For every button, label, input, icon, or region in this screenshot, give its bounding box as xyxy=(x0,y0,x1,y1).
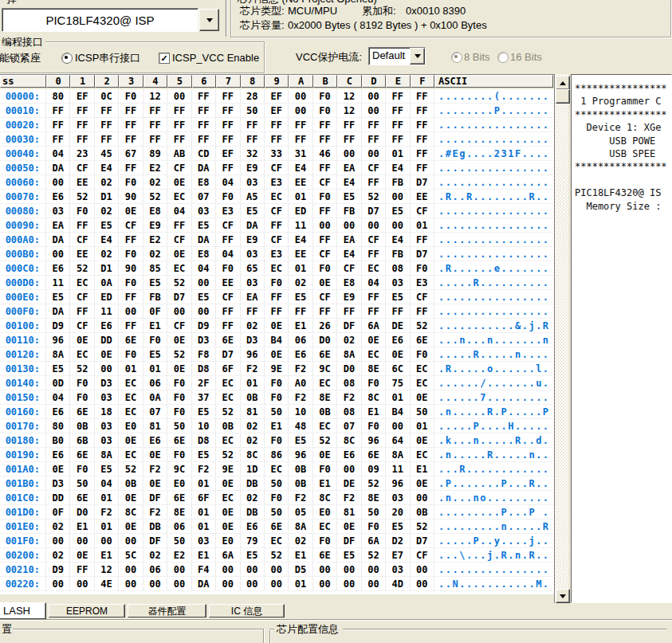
hex-byte-cell[interactable]: 02 xyxy=(143,247,167,261)
hex-byte-cell[interactable]: E4 xyxy=(386,233,410,247)
hex-byte-cell[interactable]: 00 xyxy=(216,577,240,591)
hex-byte-cell[interactable]: 00 xyxy=(362,89,386,104)
hex-byte-cell[interactable]: E1 xyxy=(362,405,386,419)
hex-byte-cell[interactable]: 03 xyxy=(241,247,265,261)
hex-byte-cell[interactable]: 00 xyxy=(95,534,119,548)
hex-byte-cell[interactable]: EA xyxy=(337,161,361,175)
hex-byte-cell[interactable]: 01 xyxy=(411,419,434,433)
hex-byte-cell[interactable]: 02 xyxy=(241,433,265,448)
hex-byte-cell[interactable]: FF xyxy=(167,118,191,132)
hex-byte-cell[interactable]: 07 xyxy=(143,405,167,419)
hex-byte-cell[interactable]: 01 xyxy=(386,147,410,161)
ascii-cell[interactable]: .n.....R.....n.. xyxy=(434,448,553,462)
hex-byte-cell[interactable]: E1 xyxy=(411,462,434,476)
hex-byte-cell[interactable]: 0A xyxy=(95,276,119,290)
hex-byte-cell[interactable]: FF xyxy=(95,132,119,147)
ascii-cell[interactable]: .R.....o......l. xyxy=(434,362,553,376)
vcc-current-dropdown[interactable]: Default xyxy=(368,47,426,65)
hex-byte-cell[interactable]: CF xyxy=(167,233,191,247)
hex-byte-cell[interactable]: 6F xyxy=(192,491,216,505)
hex-byte-cell[interactable]: 75 xyxy=(386,376,410,390)
hex-byte-cell[interactable]: F2 xyxy=(143,462,167,476)
ascii-cell[interactable]: ................ xyxy=(434,175,553,190)
hex-byte-cell[interactable]: FF xyxy=(362,175,386,190)
hex-byte-cell[interactable]: D9 xyxy=(46,563,70,577)
hex-byte-cell[interactable]: 6E xyxy=(313,347,337,362)
hex-byte-cell[interactable]: FF xyxy=(216,304,240,319)
hex-byte-cell[interactable]: 8E xyxy=(362,362,386,376)
hex-byte-cell[interactable]: EC xyxy=(411,376,434,390)
hex-byte-cell[interactable]: CF xyxy=(313,247,337,261)
hex-byte-cell[interactable]: 0E xyxy=(119,519,143,534)
hex-byte-cell[interactable]: 90 xyxy=(119,190,143,204)
hex-byte-cell[interactable]: FF xyxy=(241,132,265,147)
hex-byte-cell[interactable]: 32 xyxy=(241,147,265,161)
hex-byte-cell[interactable]: DF xyxy=(337,534,361,548)
hex-byte-cell[interactable]: FF xyxy=(216,319,240,333)
hex-byte-cell[interactable]: E2 xyxy=(167,548,191,563)
ascii-cell[interactable]: ................ xyxy=(434,218,553,233)
hex-byte-cell[interactable]: 67 xyxy=(119,147,143,161)
hex-byte-cell[interactable]: F0 xyxy=(411,261,434,276)
hex-byte-cell[interactable]: D0 xyxy=(313,333,337,347)
hex-byte-cell[interactable]: 0B xyxy=(313,405,337,419)
hex-byte-cell[interactable]: ED xyxy=(95,290,119,304)
hex-byte-cell[interactable]: E1 xyxy=(289,548,312,563)
hex-byte-cell[interactable]: FF xyxy=(313,233,337,247)
hex-byte-cell[interactable]: 12 xyxy=(95,563,119,577)
hex-byte-cell[interactable]: E5 xyxy=(46,362,70,376)
hex-byte-cell[interactable]: FF xyxy=(313,304,337,319)
hex-byte-cell[interactable]: A5 xyxy=(241,190,265,204)
hex-byte-cell[interactable]: E5 xyxy=(192,290,216,304)
hex-byte-cell[interactable]: FF xyxy=(411,89,434,104)
hex-byte-cell[interactable]: 00 xyxy=(313,218,337,233)
hex-byte-cell[interactable]: FF xyxy=(337,132,361,147)
hex-byte-cell[interactable]: 08 xyxy=(337,405,361,419)
hex-byte-cell[interactable]: FF xyxy=(192,104,216,118)
hex-byte-cell[interactable]: 6E xyxy=(70,448,94,462)
hex-byte-cell[interactable]: E5 xyxy=(46,290,70,304)
hex-byte-cell[interactable]: 8E xyxy=(167,505,191,519)
hex-byte-cell[interactable]: 0E xyxy=(46,462,70,476)
ascii-cell[interactable]: ................ xyxy=(434,233,553,247)
hex-byte-cell[interactable]: 09 xyxy=(362,462,386,476)
hex-byte-cell[interactable]: 00 xyxy=(167,89,191,104)
hex-byte-cell[interactable]: EC xyxy=(70,347,94,362)
hex-byte-cell[interactable]: EC xyxy=(216,376,240,390)
hex-byte-cell[interactable]: E5 xyxy=(289,433,312,448)
hex-byte-cell[interactable]: DA xyxy=(192,161,216,175)
hex-byte-cell[interactable]: FF xyxy=(95,118,119,132)
hex-byte-cell[interactable]: 0E xyxy=(167,175,191,190)
hex-byte-cell[interactable]: CF xyxy=(337,261,361,276)
hex-byte-cell[interactable]: 03 xyxy=(192,534,216,548)
hex-byte-cell[interactable]: 6E xyxy=(70,491,94,505)
hex-byte-cell[interactable]: EC xyxy=(70,276,94,290)
hex-table-scrollbar[interactable] xyxy=(554,74,568,603)
hex-byte-cell[interactable]: 86 xyxy=(265,448,289,462)
ascii-cell[interactable]: .....R.......... xyxy=(434,276,553,290)
hex-byte-cell[interactable]: FF xyxy=(289,118,312,132)
hex-byte-cell[interactable]: F0 xyxy=(119,276,143,290)
hex-byte-cell[interactable]: EC xyxy=(411,448,434,462)
hex-byte-cell[interactable]: FF xyxy=(70,218,94,233)
hex-byte-cell[interactable]: F0 xyxy=(167,390,191,405)
hex-byte-cell[interactable]: 03 xyxy=(241,276,265,290)
icsp-vcc-checkbox[interactable]: ✓ xyxy=(159,53,170,64)
hex-byte-cell[interactable]: 0E xyxy=(119,433,143,448)
hex-byte-cell[interactable]: 0F xyxy=(143,304,167,319)
ascii-cell[interactable]: .........n.....R xyxy=(434,519,553,534)
ascii-cell[interactable]: .n.....R.P.....P xyxy=(434,405,553,419)
hex-byte-cell[interactable]: CF xyxy=(411,548,434,563)
hex-byte-cell[interactable]: D7 xyxy=(411,534,434,548)
hex-byte-cell[interactable]: FF xyxy=(386,304,410,319)
hex-byte-cell[interactable]: 4E xyxy=(95,577,119,591)
hex-byte-cell[interactable]: 52 xyxy=(216,448,240,462)
hex-byte-cell[interactable]: E1 xyxy=(70,519,94,534)
hex-byte-cell[interactable]: F0 xyxy=(362,419,386,433)
hex-byte-cell[interactable]: F0 xyxy=(216,261,240,276)
hex-byte-cell[interactable]: FF xyxy=(143,132,167,147)
hex-byte-cell[interactable]: FF xyxy=(241,304,265,319)
hex-byte-cell[interactable]: E6 xyxy=(143,433,167,448)
hex-byte-cell[interactable]: 52 xyxy=(216,405,240,419)
hex-byte-cell[interactable]: FF xyxy=(216,132,240,147)
